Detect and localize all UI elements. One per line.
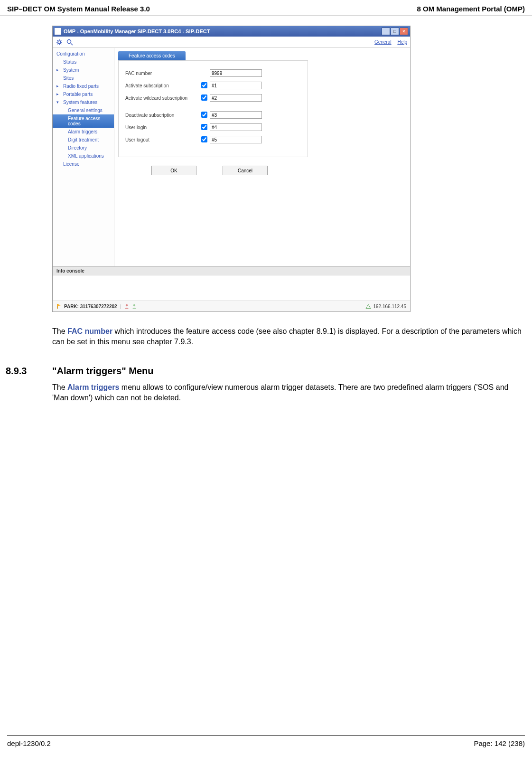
sidebar-sub-xml[interactable]: XML applications: [53, 152, 114, 160]
label-actwc: Activate wildcard subscription: [125, 95, 201, 101]
doc-text-part: The: [52, 327, 67, 335]
info-console-body: [53, 275, 410, 301]
sidebar-item-status[interactable]: Status: [53, 58, 114, 66]
svg-point-0: [58, 41, 61, 44]
omp-app-window: OMP - OpenMobility Manager SIP-DECT 3.0R…: [52, 26, 411, 312]
window-titlebar: OMP - OpenMobility Manager SIP-DECT 3.0R…: [53, 26, 410, 37]
input-actwc[interactable]: [210, 94, 262, 102]
panel-box: FAC number Activate subscription Activat…: [118, 60, 308, 157]
sidebar-item-license[interactable]: License: [53, 160, 114, 168]
svg-point-3: [126, 304, 128, 306]
sidebar-item-sites[interactable]: Sites: [53, 74, 114, 82]
panel-tab[interactable]: Feature access codes: [118, 51, 186, 60]
header-right: 8 OM Management Portal (OMP): [417, 5, 525, 13]
cancel-button[interactable]: Cancel: [223, 166, 268, 175]
statusbar: PARK: 31176307272202 | 192.166.112.45: [53, 301, 410, 311]
sidebar-item-pp[interactable]: Portable parts: [53, 90, 114, 98]
label-login: User login: [125, 125, 201, 130]
toolbar: General Help: [53, 37, 410, 48]
link-help[interactable]: Help: [397, 39, 407, 45]
status-user-icon[interactable]: [124, 303, 130, 309]
status-ip: 192.166.112.45: [373, 304, 406, 309]
sidebar-sub-directory[interactable]: Directory: [53, 144, 114, 152]
doc-paragraph-2: The Alarm triggers menu allows to config…: [52, 382, 525, 403]
checkbox-deact[interactable]: [201, 112, 207, 118]
section-heading: 8.9.3 "Alarm triggers" Menu: [6, 366, 525, 377]
status-user2-icon[interactable]: [131, 303, 137, 309]
input-login[interactable]: [210, 123, 262, 131]
label-actsub: Activate subscription: [125, 83, 201, 88]
header-left: SIP–DECT OM System Manual Release 3.0: [7, 5, 150, 13]
search-icon[interactable]: [66, 38, 74, 46]
sidebar-root[interactable]: Configuration: [53, 50, 114, 58]
doc-text-part: which introduces the feature access code…: [52, 327, 522, 346]
doc-text-part: The: [52, 383, 67, 391]
section-number: 8.9.3: [6, 366, 52, 377]
link-general[interactable]: General: [374, 39, 392, 45]
sidebar-sub-digit[interactable]: Digit treatment: [53, 136, 114, 144]
label-logout: User logout: [125, 137, 201, 142]
row-logout: User logout: [125, 136, 301, 143]
sidebar-sub-alarm[interactable]: Alarm triggers: [53, 128, 114, 136]
checkbox-login[interactable]: [201, 124, 207, 130]
section-title: "Alarm triggers" Menu: [52, 366, 153, 377]
svg-line-2: [71, 43, 73, 45]
sidebar-sub-general[interactable]: General settings: [53, 106, 114, 114]
ok-button[interactable]: OK: [151, 166, 196, 175]
main-panel: Feature access codes FAC number Activate…: [114, 48, 410, 266]
input-logout[interactable]: [210, 136, 262, 143]
input-actsub[interactable]: [210, 82, 262, 89]
footer-right: Page: 142 (238): [474, 739, 525, 747]
app-icon: [55, 28, 61, 35]
close-button[interactable]: ×: [400, 28, 408, 35]
minimize-button[interactable]: _: [382, 28, 390, 35]
doc-paragraph-1: The FAC number which introduces the feat…: [52, 326, 525, 347]
sidebar-item-sysfeat[interactable]: System features: [53, 98, 114, 106]
checkbox-logout[interactable]: [201, 136, 207, 142]
keyword-alarm-triggers: Alarm triggers: [67, 383, 119, 391]
status-park: PARK: 31176307272202: [64, 304, 117, 309]
gear-icon[interactable]: [56, 38, 63, 46]
page-footer: depl-1230/0.2 Page: 142 (238): [7, 735, 525, 757]
maximize-button[interactable]: □: [391, 28, 399, 35]
page-header: SIP–DECT OM System Manual Release 3.0 8 …: [0, 0, 532, 16]
input-facnum[interactable]: [210, 69, 262, 77]
checkbox-actsub[interactable]: [201, 82, 207, 88]
row-deact: Deactivate subscription: [125, 111, 301, 119]
status-flag-icon: [56, 303, 62, 309]
info-console-header: Info console: [53, 266, 410, 275]
window-title: OMP - OpenMobility Manager SIP-DECT 3.0R…: [64, 28, 210, 34]
label-facnum: FAC number: [125, 71, 201, 76]
status-network-icon: [365, 303, 371, 309]
sidebar: Configuration Status System Sites Radio …: [53, 48, 114, 266]
svg-point-4: [133, 304, 135, 306]
row-actsub: Activate subscription: [125, 82, 301, 89]
sidebar-sub-fac[interactable]: Feature access codes: [53, 114, 114, 128]
keyword-fac-number: FAC number: [67, 327, 112, 335]
checkbox-actwc[interactable]: [201, 94, 207, 101]
sidebar-item-system[interactable]: System: [53, 66, 114, 74]
svg-point-1: [67, 39, 71, 43]
row-facnum: FAC number: [125, 69, 301, 77]
row-actwc: Activate wildcard subscription: [125, 94, 301, 102]
row-login: User login: [125, 123, 301, 131]
input-deact[interactable]: [210, 111, 262, 119]
label-deact: Deactivate subscription: [125, 113, 201, 118]
doc-text-part: menu allows to configure/view numerous a…: [52, 383, 508, 402]
footer-left: depl-1230/0.2: [7, 739, 51, 747]
sidebar-item-rfp[interactable]: Radio fixed parts: [53, 82, 114, 90]
